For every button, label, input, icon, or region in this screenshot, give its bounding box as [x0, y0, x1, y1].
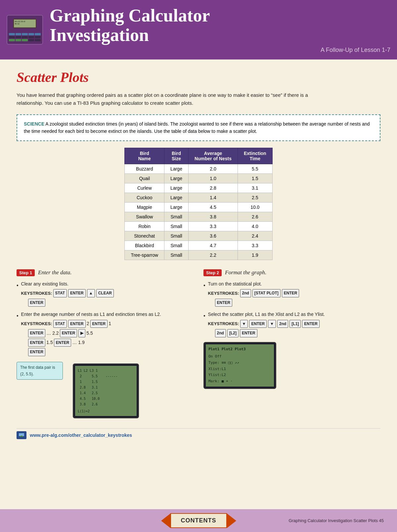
cell-8-3: 3.3: [238, 241, 272, 250]
cell-9-0: Tree-sparrow: [125, 250, 164, 260]
calc2-row-6: Mark: ■ + ·: [208, 378, 271, 385]
calc-screen-thumb: 34+12 23+9 46 32: [13, 19, 36, 28]
cell-1-3: 1.5: [238, 173, 272, 183]
cell-7-3: 2.4: [238, 231, 272, 241]
key-stat-2: STAT: [53, 320, 67, 328]
step2-bullet1: • Turn on the statistical plot. KEYSTROK…: [203, 280, 380, 308]
key-right-1: ▶: [78, 329, 85, 337]
page-info: Graphing Calculator Investigation Scatte…: [288, 518, 384, 523]
calc-row-2: 2 5.5 ------: [78, 373, 134, 379]
key-enter-8: ENTER: [54, 339, 71, 347]
step1-bullet1-text: Clear any existing lists.: [21, 281, 68, 286]
step2-calc-display: Plot1 Plot2 Plot3 On Off Type: ≡≡ □□ ↗↗ …: [203, 342, 276, 389]
table-row: SwallowSmall3.82.6: [125, 212, 272, 221]
table-row: RobinSmall3.34.0: [125, 221, 272, 231]
footer-link[interactable]: www.pre-alg.com/other_calculator_keystro…: [17, 428, 380, 442]
step2-bullet1-text: Turn on the statistical plot.: [208, 281, 262, 286]
key-enter-11: ENTER: [215, 299, 233, 307]
table-row: Tree-sparrowSmall2.21.9: [125, 250, 272, 260]
step2-title: Format the graph.: [225, 269, 266, 276]
link-icon: [17, 431, 26, 439]
step2-keystroke2b: 2nd [L2] ENTER: [215, 329, 325, 337]
keystrokes-label-3: KEYSTROKES:: [208, 290, 239, 297]
step2-header: Step 2 Format the graph.: [203, 269, 380, 276]
key-enter-6: ENTER: [60, 329, 77, 337]
step1-keystroke2b: ENTER … 2.2 ENTER ▶ 5.5: [28, 329, 161, 337]
cell-0-1: Large: [164, 164, 189, 173]
key-stat-1: STAT: [53, 289, 67, 297]
cell-2-0: Curlew: [125, 183, 164, 193]
step2-keystroke1a: KEYSTROKES: 2nd [STAT PLOT] ENTER: [208, 289, 300, 297]
calc-row-3: 1 1.5: [78, 379, 134, 385]
nav-next-button[interactable]: [227, 513, 236, 528]
cell-8-2: 4.7: [188, 241, 238, 250]
col-header-bird-name: BirdName: [125, 148, 164, 164]
cell-7-0: Stonechat: [125, 231, 164, 241]
cell-9-3: 1.9: [238, 250, 272, 260]
key-statplot: [STAT PLOT]: [252, 289, 281, 297]
cell-3-2: 1.4: [188, 193, 238, 202]
keystrokes-label-4: KEYSTROKES:: [208, 320, 239, 327]
data-table-wrapper: BirdName BirdSize AverageNumber of Nests…: [17, 148, 380, 260]
key-enter-10: ENTER: [282, 289, 299, 297]
key-down-2: ▼: [268, 320, 276, 328]
cell-8-1: Small: [164, 241, 189, 250]
header-subtitle: A Follow-Up of Lesson 1-7: [50, 47, 390, 54]
header-text-block: Graphing Calculator Investigation A Foll…: [50, 6, 390, 54]
nav-prev-button[interactable]: [161, 513, 170, 528]
calc2-row-5: Ylist:L2: [208, 372, 271, 378]
cell-7-2: 3.6: [188, 231, 238, 241]
table-row: QuailLarge1.01.5: [125, 173, 272, 183]
bottom-nav: CONTENTS Graphing Calculator Investigati…: [0, 509, 397, 532]
keystrokes-label-2: KEYSTROKES:: [21, 320, 52, 327]
cell-6-2: 3.3: [188, 221, 238, 231]
step1-calc-display: L1 L2 L3 1 2 5.5 ------ 1 1.5 2.8 3.1 1.…: [73, 363, 139, 418]
step1-content: • Clear any existing lists. KEYSTROKES: …: [17, 280, 194, 422]
nav-contents-button[interactable]: CONTENTS: [170, 513, 227, 528]
col-header-extinction: ExtinctionTime: [238, 148, 272, 164]
step1-bottom: The first data pair is (2, 5.5). L1 L2 L…: [17, 360, 194, 422]
calc-row-5: 1.4 2.5: [78, 390, 134, 396]
key-l2: [L2]: [227, 329, 239, 337]
col-header-bird-size: BirdSize: [164, 148, 189, 164]
calculator-image: 34+12 23+9 46 32: [7, 15, 43, 45]
step1-header: Step 1 Enter the data.: [17, 269, 194, 276]
keystrokes-label-1: KEYSTROKES:: [21, 290, 52, 297]
calc2-row-4: Xlist:L1: [208, 366, 271, 372]
key-enter-2: ENTER: [28, 299, 46, 307]
step2-bullet2: • Select the scatter plot, L1 as the Xli…: [203, 311, 380, 339]
cell-6-3: 4.0: [238, 221, 272, 231]
cell-4-1: Large: [164, 202, 189, 212]
science-text: A zoologist studied extinction times (in…: [24, 121, 370, 134]
key-clear-1: CLEAR: [96, 289, 114, 297]
step1-enter-line: ENTER: [28, 299, 114, 307]
page-header: 34+12 23+9 46 32 Graphing Calculator Inv…: [0, 0, 397, 59]
cell-9-2: 2.2: [188, 250, 238, 260]
key-enter-14: ENTER: [240, 329, 257, 337]
col-header-avg-nests: AverageNumber of Nests: [188, 148, 238, 164]
calc-row-4: 2.8 3.1: [78, 385, 134, 390]
cell-6-0: Robin: [125, 221, 164, 231]
cell-1-0: Quail: [125, 173, 164, 183]
cell-3-1: Large: [164, 193, 189, 202]
cell-2-3: 3.1: [238, 183, 272, 193]
table-row: StonechatSmall3.62.4: [125, 231, 272, 241]
key-l1: [L1]: [289, 320, 301, 328]
footer-url[interactable]: www.pre-alg.com/other_calculator_keystro…: [30, 433, 132, 438]
calc-buttons-thumb: [9, 33, 41, 41]
step2-content: • Turn on the statistical plot. KEYSTROK…: [203, 280, 380, 389]
cell-7-1: Small: [164, 231, 189, 241]
science-label: SCIENCE: [24, 121, 44, 127]
key-enter-3: ENTER: [68, 320, 86, 328]
calc-row-1: L1 L2 L3 1: [78, 368, 134, 373]
step2-bullet2-text: Select the scatter plot, L1 as the Xlist…: [208, 312, 325, 317]
calc-row-8: L(1)=2: [78, 408, 134, 414]
intro-text: You have learned that graphing ordered p…: [17, 91, 331, 107]
cell-5-2: 3.8: [188, 212, 238, 221]
main-content: Scatter Plots You have learned that grap…: [0, 59, 397, 509]
steps-section: Step 1 Enter the data. • Clear any exist…: [17, 269, 380, 422]
step2-badge: Step 2: [203, 269, 222, 276]
key-enter-5: ENTER: [28, 329, 46, 337]
cell-0-3: 5.5: [238, 164, 272, 173]
cell-5-3: 2.6: [238, 212, 272, 221]
